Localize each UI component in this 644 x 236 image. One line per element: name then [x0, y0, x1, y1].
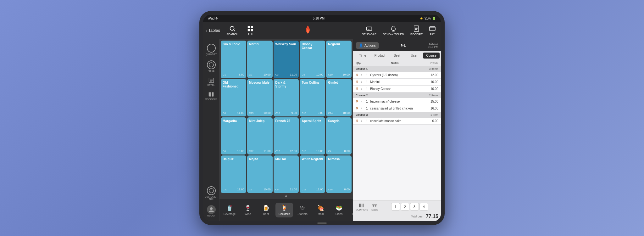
- menu-item[interactable]: French 75 C17 12.00: [274, 117, 299, 155]
- menu-item[interactable]: Daiquiri C20 11.00: [221, 155, 246, 193]
- menu-item[interactable]: Mojito C7 10.00: [247, 155, 273, 193]
- menu-item-code: C6: [223, 112, 226, 115]
- menu-item[interactable]: Dark & Stormy C16 9.00: [274, 79, 299, 116]
- send-bar-button[interactable]: SEND-BAR: [359, 24, 379, 37]
- category-button-cocktails[interactable]: 🍹 Cocktails: [275, 203, 293, 217]
- qty-col-header: Qty.: [356, 61, 367, 65]
- table-row[interactable]: 🪑 1 1 chocolate moose cake 6.00: [353, 118, 441, 125]
- category-button-wine[interactable]: 🍷 Wine: [239, 203, 257, 217]
- menu-item[interactable]: Old Fashioned C6 11.00: [221, 79, 246, 116]
- course-header: Course 1 3 Items: [353, 66, 441, 72]
- modifiers-sidebar-button[interactable]: MODIFIERS: [204, 89, 219, 102]
- item-price: 10.00: [425, 80, 438, 84]
- category-button-sides[interactable]: 🥗 Sides: [330, 203, 348, 217]
- menu-item[interactable]: White Negroni C11 11.00: [300, 155, 325, 193]
- menu-item[interactable]: Mint Julep C12 11.00: [247, 117, 273, 155]
- table-row[interactable]: 🪑 1 1 Martini 10.00: [353, 79, 441, 86]
- price-col-header: PRICE: [423, 61, 438, 65]
- price-icon: [208, 62, 214, 68]
- menu-item[interactable]: Tom Collins C13 9.00: [300, 79, 325, 116]
- category-button-main[interactable]: 🍖 Main: [312, 203, 330, 217]
- customer-add-button[interactable]: + CUSTOMER ADD: [204, 184, 219, 202]
- order-tab-product[interactable]: Product: [372, 53, 388, 59]
- svg-text:+: +: [210, 189, 212, 193]
- plu-button[interactable]: PLU: [244, 24, 256, 37]
- menu-item-name: Mint Julep: [249, 119, 271, 123]
- menu-item[interactable]: Moscow Mule C15 10.00: [247, 79, 273, 116]
- modifiers-ctrl-label: MODIFIERS: [356, 209, 368, 211]
- back-chevron-icon: ‹: [206, 28, 207, 33]
- send-kitchen-label: SEND-KITCHEN: [383, 33, 404, 36]
- table-row[interactable]: 🪑 1 1 bacon mac n' cheese 15.00: [353, 98, 441, 105]
- menu-item[interactable]: Whiskey Sour C3 11.00: [274, 41, 299, 78]
- table-row[interactable]: 🪑 2 1 ceasar salad w/ grilled chicken 16…: [353, 105, 441, 112]
- category-button-dessert[interactable]: 🧁 Dessert: [348, 203, 353, 217]
- svg-rect-14: [208, 92, 209, 96]
- modifiers-button[interactable]: MODIFIERS: [354, 202, 369, 212]
- menu-item-code: C11: [302, 188, 306, 191]
- menu-item[interactable]: Sangria C4 8.00: [326, 117, 352, 155]
- pay-button[interactable]: PAY: [426, 24, 438, 37]
- category-label: Wine: [245, 212, 251, 216]
- seat-icon: 🪑: [356, 87, 361, 90]
- course-name: Course 1: [356, 67, 368, 70]
- actions-button[interactable]: 👤 Actions: [356, 42, 379, 49]
- number-buttons: 1234: [380, 203, 440, 211]
- table-id: t-1: [401, 43, 406, 48]
- category-label: Cocktails: [279, 212, 290, 216]
- seat-number: 1: [361, 100, 364, 103]
- seat-number: 2: [361, 74, 364, 76]
- menu-item[interactable]: Gin & Tonic C1 8.00: [221, 41, 246, 78]
- category-button-starters[interactable]: 🍽 Starters: [294, 203, 311, 217]
- svg-rect-24: [363, 204, 364, 207]
- price-button[interactable]: PRICE: [204, 59, 219, 74]
- receipt-button[interactable]: RECEIPT: [408, 24, 425, 37]
- battery-icon: 🔋: [432, 17, 436, 20]
- quantity-button[interactable]: + QUANTITY: [204, 42, 219, 57]
- category-button-beverage[interactable]: 🥤 Beverage: [221, 203, 238, 217]
- menu-item-name: Old Fashioned: [223, 81, 244, 88]
- menu-item-code: C1: [223, 73, 226, 76]
- brand-logo-icon: [303, 25, 312, 35]
- menu-item[interactable]: Negroni C19 10.00: [326, 41, 352, 78]
- category-button-beer[interactable]: 🍺 Beer: [257, 203, 275, 217]
- detail-button[interactable]: DETAIL: [204, 75, 219, 88]
- svg-rect-16: [212, 92, 213, 96]
- menu-item[interactable]: Bloody Ceasar C5 10.00: [300, 41, 325, 78]
- menu-item-price: 11.00: [290, 73, 297, 76]
- quantity-icon: +: [208, 45, 214, 51]
- send-kitchen-button[interactable]: SEND-KITCHEN: [380, 24, 407, 37]
- menu-item[interactable]: Aperol Spritz C19 10.00: [300, 117, 325, 155]
- menu-item[interactable]: Martini C2 10.00: [247, 41, 273, 78]
- pagination-dot: [285, 195, 287, 197]
- menu-item-name: Sangria: [328, 119, 350, 123]
- menu-item[interactable]: Margarita C6 10.00: [221, 117, 246, 155]
- course-number-button-2[interactable]: 2: [401, 203, 409, 211]
- order-tab-user[interactable]: User: [406, 53, 423, 59]
- menu-item-code: C2: [249, 73, 252, 76]
- order-tab-time[interactable]: Time: [354, 53, 371, 59]
- course-count: 2 Items: [429, 94, 438, 97]
- table-row[interactable]: 🪑 2 1 Bloody Ceasar 10.00: [353, 86, 441, 93]
- menu-item-price: 11.00: [290, 188, 297, 191]
- order-tab-course[interactable]: Course: [423, 53, 440, 59]
- table-ctrl-label: TABLE: [371, 209, 378, 211]
- back-button[interactable]: ‹ Tables: [206, 28, 220, 33]
- category-label: Beverage: [224, 212, 236, 216]
- menu-item[interactable]: Mai Tai C9 11.00: [274, 155, 299, 193]
- course-number-button-1[interactable]: 1: [391, 203, 400, 211]
- order-tab-seat[interactable]: Seat: [389, 53, 405, 59]
- table-row[interactable]: 🪑 2 1 Oysters (1/2 dozen) 12.00: [353, 72, 441, 79]
- menu-item-name: Tom Collins: [302, 81, 323, 85]
- modifiers-ctrl-icon: [359, 203, 364, 208]
- svg-point-12: [209, 63, 214, 67]
- table-button[interactable]: TABLE: [370, 202, 379, 212]
- menu-item-name: Dark & Stormy: [275, 81, 297, 88]
- search-button[interactable]: SEARCH: [224, 24, 241, 37]
- course-number-button-3[interactable]: 3: [410, 203, 419, 211]
- menu-item[interactable]: Mimosa C18 8.00: [326, 155, 352, 193]
- menu-item[interactable]: Gimlet C14 10.00: [326, 79, 352, 116]
- oscar-button[interactable]: OSCAR: [204, 203, 219, 219]
- course-number-button-4[interactable]: 4: [419, 203, 428, 211]
- svg-point-0: [230, 26, 234, 30]
